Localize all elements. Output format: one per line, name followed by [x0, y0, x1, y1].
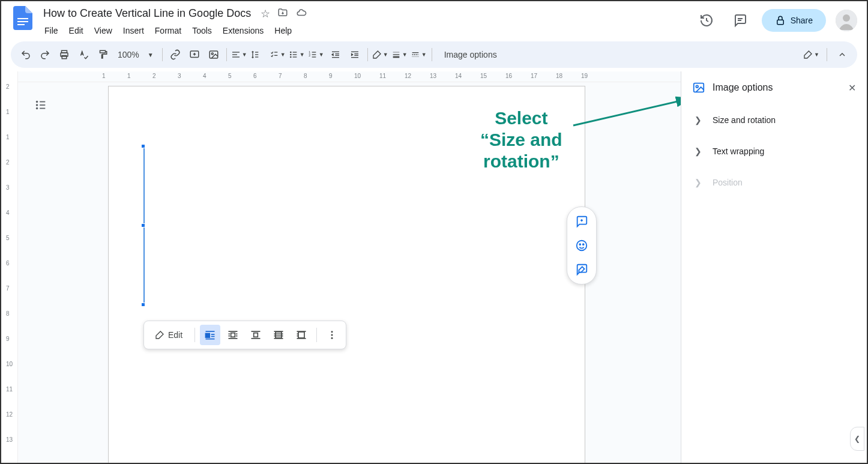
docs-logo-icon[interactable]: [11, 6, 35, 30]
menu-file[interactable]: File: [40, 23, 63, 38]
document-title[interactable]: How to Create Vertical Line in Google Do…: [40, 6, 255, 21]
image-options-toolbar-label[interactable]: Image options: [436, 50, 505, 59]
edit-drawing-button[interactable]: Edit: [148, 330, 190, 340]
menu-extensions[interactable]: Extensions: [218, 23, 268, 38]
sidebar-header: Image options ✕: [681, 71, 867, 104]
sidebar-title: Image options: [713, 82, 841, 93]
menu-insert[interactable]: Insert: [118, 23, 149, 38]
align-button[interactable]: ▼: [231, 46, 249, 64]
toolbar-separator: [162, 48, 163, 61]
redo-button[interactable]: [36, 46, 54, 64]
document-canvas[interactable]: 112345678910111213141516171819 Edit: [18, 71, 681, 463]
wrap-text-button[interactable]: [223, 325, 243, 345]
add-comment-bubble-button[interactable]: [572, 212, 591, 231]
line-spacing-button[interactable]: [250, 46, 268, 64]
account-avatar[interactable]: [836, 10, 857, 31]
app-header: How to Create Vertical Line in Google Do…: [1, 1, 867, 38]
border-dash-button[interactable]: ▼: [410, 46, 428, 64]
lock-icon: [775, 15, 786, 26]
print-button[interactable]: [55, 46, 73, 64]
svg-point-86: [579, 244, 580, 245]
vertical-ruler[interactable]: 2112345678910111213: [1, 71, 18, 463]
toolbar-separator: [827, 48, 827, 61]
spellcheck-button[interactable]: [74, 46, 92, 64]
add-emoji-button[interactable]: [572, 236, 591, 255]
content-area: 2112345678910111213 11234567891011121314…: [1, 71, 867, 463]
menu-help[interactable]: Help: [270, 23, 297, 38]
wrap-behind-button[interactable]: [268, 325, 289, 345]
svg-point-7: [843, 14, 850, 22]
svg-rect-68: [254, 333, 258, 337]
text-wrapping-label: Text wrapping: [713, 146, 764, 156]
toolbar-separator: [226, 48, 227, 61]
size-rotation-section[interactable]: ❯ Size and rotation: [681, 104, 867, 136]
resize-handle-bottom[interactable]: [141, 303, 145, 307]
horizontal-ruler[interactable]: 112345678910111213141516171819: [18, 71, 681, 82]
toolbar-separator: [194, 328, 195, 342]
decrease-indent-button[interactable]: [327, 46, 345, 64]
svg-rect-1: [17, 21, 28, 22]
resize-handle-middle[interactable]: [141, 223, 145, 227]
checklist-button[interactable]: ▼: [269, 46, 287, 64]
more-options-button[interactable]: [322, 325, 342, 345]
border-weight-button[interactable]: ▼: [391, 46, 409, 64]
border-color-button[interactable]: ▼: [372, 46, 390, 64]
paint-format-button[interactable]: [94, 46, 112, 64]
toolbar-container: 100%▼ ▼ ▼ ▼ 12▼ ▼ ▼ ▼ Image options ▼: [1, 38, 867, 71]
close-sidebar-button[interactable]: ✕: [848, 82, 856, 94]
numbered-list-button[interactable]: 12▼: [307, 46, 325, 64]
menu-view[interactable]: View: [89, 23, 117, 38]
image-icon: [692, 81, 705, 94]
move-folder-icon[interactable]: [277, 7, 288, 20]
add-comment-button[interactable]: [185, 46, 203, 64]
svg-rect-0: [17, 18, 28, 19]
cloud-status-icon[interactable]: [295, 7, 307, 20]
chevron-right-icon: ❯: [695, 178, 702, 187]
menu-tools[interactable]: Tools: [187, 23, 217, 38]
share-label: Share: [791, 16, 813, 25]
comment-reaction-bar: [567, 206, 597, 285]
toolbar: 100%▼ ▼ ▼ ▼ 12▼ ▼ ▼ ▼ Image options ▼: [11, 41, 857, 68]
zoom-dropdown[interactable]: 100%▼: [113, 50, 158, 59]
show-side-panel-button[interactable]: ❮: [850, 427, 864, 451]
document-page[interactable]: Edit: [108, 86, 585, 463]
share-button[interactable]: Share: [762, 9, 826, 32]
edit-label: Edit: [168, 330, 182, 340]
svg-point-90: [696, 85, 698, 88]
resize-handle-top[interactable]: [141, 144, 145, 148]
history-icon[interactable]: [695, 8, 719, 32]
svg-point-51: [37, 108, 38, 109]
svg-line-88: [573, 98, 681, 125]
wrap-break-button[interactable]: [246, 325, 266, 345]
increase-indent-button[interactable]: [346, 46, 364, 64]
svg-point-81: [331, 334, 333, 336]
position-label: Position: [713, 178, 743, 187]
text-wrapping-section[interactable]: ❯ Text wrapping: [681, 136, 867, 167]
chevron-right-icon: ❯: [695, 146, 702, 156]
svg-point-25: [290, 54, 291, 55]
menu-format[interactable]: Format: [150, 23, 186, 38]
wrap-front-button[interactable]: [291, 325, 312, 345]
zoom-value: 100%: [118, 50, 139, 59]
menubar: File Edit View Insert Format Tools Exten…: [40, 23, 690, 38]
wrap-inline-button[interactable]: [200, 325, 220, 345]
title-area: How to Create Vertical Line in Google Do…: [40, 6, 690, 38]
svg-text:2: 2: [309, 53, 310, 57]
suggest-edit-button[interactable]: [572, 260, 591, 279]
insert-link-button[interactable]: [166, 46, 184, 64]
show-outline-button[interactable]: [29, 93, 53, 117]
annotation-arrow-icon: [570, 95, 681, 131]
menu-edit[interactable]: Edit: [64, 23, 88, 38]
size-rotation-label: Size and rotation: [713, 115, 776, 125]
svg-rect-5: [777, 20, 783, 25]
svg-point-82: [331, 337, 333, 339]
image-options-sidebar: Image options ✕ ❯ Size and rotation ❯ Te…: [681, 71, 867, 463]
undo-button[interactable]: [17, 46, 35, 64]
star-icon[interactable]: ☆: [261, 7, 270, 20]
editing-mode-button[interactable]: ▼: [803, 46, 821, 64]
collapse-toolbar-button[interactable]: [833, 46, 851, 64]
comments-icon[interactable]: [728, 8, 752, 32]
bulleted-list-button[interactable]: ▼: [288, 46, 306, 64]
toolbar-separator: [432, 48, 432, 61]
insert-image-button[interactable]: [205, 46, 223, 64]
